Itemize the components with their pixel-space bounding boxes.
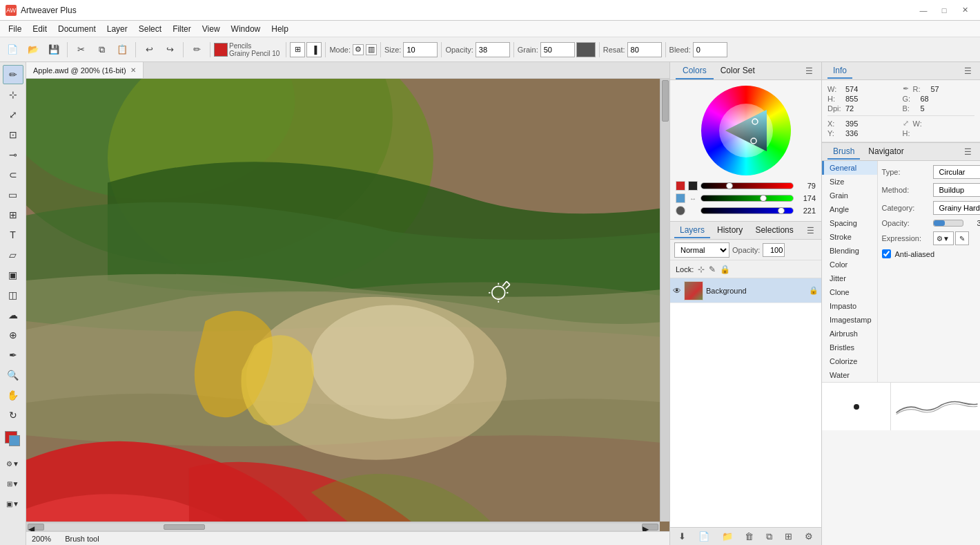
layers-menu-btn[interactable]: ☰ — [804, 224, 817, 237]
layer-duplicate-btn[interactable]: ⧉ — [763, 530, 775, 544]
menu-item-select[interactable]: Select — [133, 23, 167, 35]
new-button[interactable]: 📄 — [3, 40, 22, 59]
resat-select[interactable]: 8050100 — [627, 42, 662, 57]
tool-brush-settings[interactable]: ⚙▼ — [3, 454, 23, 473]
bg-color[interactable] — [9, 435, 20, 446]
minimize-button[interactable]: — — [914, 3, 933, 17]
tool-transform[interactable]: ⤢ — [3, 105, 23, 124]
menu-item-window[interactable]: Window — [226, 23, 266, 35]
b-slider[interactable] — [700, 207, 794, 214]
tool-smudge[interactable]: ☁ — [3, 305, 23, 325]
menu-item-document[interactable]: Document — [52, 23, 101, 35]
opacity-switch-icon[interactable]: ↔ — [688, 193, 698, 203]
tab-history[interactable]: History — [712, 223, 748, 238]
menu-item-help[interactable]: Help — [266, 23, 294, 35]
redo-button[interactable]: ↪ — [160, 40, 179, 59]
save-button[interactable]: 💾 — [44, 40, 63, 59]
menu-item-layer[interactable]: Layer — [101, 23, 133, 35]
open-button[interactable]: 📂 — [23, 40, 43, 59]
opacity-track[interactable] — [933, 220, 963, 227]
size-select[interactable]: 1052030 — [403, 42, 438, 57]
undo-button[interactable]: ↩ — [139, 40, 159, 59]
tool-lasso[interactable]: ⊂ — [3, 165, 23, 184]
maximize-button[interactable]: □ — [934, 3, 954, 17]
color-wheel[interactable] — [701, 86, 791, 175]
blend-mode-select[interactable]: Normal — [674, 242, 729, 258]
brush-prop-grain[interactable]: Grain — [822, 189, 877, 202]
tab-color-set[interactable]: Color Set — [714, 63, 762, 79]
tool-crop[interactable]: ⊡ — [3, 125, 23, 144]
tool-text[interactable]: T — [3, 225, 23, 245]
mode-icon[interactable]: ⊞ — [290, 42, 305, 57]
layer-add-btn[interactable]: 📄 — [696, 530, 712, 543]
tool-eyedrop[interactable]: ✒ — [3, 345, 23, 365]
tool-fill[interactable]: ▣ — [3, 265, 23, 285]
expression-edit-btn[interactable]: ✎ — [955, 231, 969, 245]
menu-item-edit[interactable]: Edit — [27, 23, 52, 35]
layer-item[interactable]: 👁 Background 🔒 — [670, 278, 821, 303]
g-thumb[interactable] — [760, 195, 767, 202]
brush-prop-colorize[interactable]: Colorize — [822, 354, 877, 368]
canvas-content[interactable]: ◀ ▶ — [26, 79, 669, 531]
grain-select[interactable]: 502575 — [540, 42, 575, 57]
menu-item-filter[interactable]: Filter — [167, 23, 197, 35]
brush-prop-imagestamp[interactable]: Imagestamp — [822, 313, 877, 327]
tool-magic[interactable]: ⊞ — [3, 205, 23, 224]
layer-visibility-icon[interactable]: 👁 — [673, 286, 681, 296]
tab-layers[interactable]: Layers — [674, 223, 710, 238]
scroll-thumb-h[interactable] — [164, 524, 205, 530]
layer-settings-btn[interactable]: ⚙ — [802, 530, 816, 543]
brush-color-swatch[interactable] — [214, 43, 228, 57]
menu-item-view[interactable]: View — [197, 23, 226, 35]
bleed-select[interactable]: 01020 — [693, 42, 727, 57]
antialias-checkbox[interactable] — [882, 249, 891, 258]
paste-button[interactable]: 📋 — [112, 40, 132, 59]
type-select[interactable]: Circular — [933, 165, 980, 179]
lock-move-icon[interactable]: ⊹ — [698, 265, 705, 274]
scroll-right-btn[interactable]: ▶ — [642, 524, 658, 530]
brush-prop-water[interactable]: Water — [822, 368, 877, 382]
tool-extra2[interactable]: ⊞▼ — [3, 474, 23, 493]
brush-prop-jitter[interactable]: Jitter — [822, 271, 877, 285]
brush-prop-size[interactable]: Size — [822, 175, 877, 189]
tool-shape[interactable]: ▱ — [3, 245, 23, 265]
brush-prop-clone[interactable]: Clone — [822, 285, 877, 299]
canvas-tab-close[interactable]: ✕ — [130, 66, 136, 74]
tool-zoom[interactable]: 🔍 — [3, 365, 23, 385]
brush-prop-general[interactable]: General — [822, 161, 877, 175]
tool-pan[interactable]: ✋ — [3, 385, 23, 405]
brush-menu-btn[interactable]: ☰ — [961, 146, 974, 158]
r-thumb[interactable] — [726, 182, 733, 189]
brush-icon2[interactable]: ▐ — [306, 42, 322, 57]
brush-prop-angle[interactable]: Angle — [822, 202, 877, 216]
tool-extra3[interactable]: ▣▼ — [3, 494, 23, 513]
close-button[interactable]: ✕ — [955, 3, 974, 17]
grain-preview[interactable] — [576, 42, 596, 57]
info-menu-btn[interactable]: ☰ — [961, 65, 974, 77]
tab-info[interactable]: Info — [827, 64, 852, 79]
tool-select[interactable]: ⊹ — [3, 85, 23, 104]
r-slider[interactable] — [700, 182, 794, 189]
opacity-input[interactable] — [763, 243, 785, 257]
scroll-left-btn[interactable]: ◀ — [28, 524, 44, 530]
method-select[interactable]: Buildup — [933, 183, 980, 197]
canvas-tab[interactable]: Apple.awd @ 200% (16-bit) ✕ — [26, 62, 144, 78]
cut-button[interactable]: ✂ — [71, 40, 90, 59]
tab-selections[interactable]: Selections — [749, 223, 798, 238]
tool-rect[interactable]: ▭ — [3, 185, 23, 204]
colors-menu-btn[interactable]: ☰ — [803, 65, 816, 77]
mode-selector[interactable]: ⚙ — [353, 44, 364, 55]
tool-brush[interactable]: ✏ — [3, 65, 23, 84]
brush-prop-color[interactable]: Color — [822, 258, 877, 271]
brush-prop-airbrush[interactable]: Airbrush — [822, 327, 877, 341]
tool-rotate[interactable]: ↻ — [3, 405, 23, 425]
tab-colors[interactable]: Colors — [676, 63, 714, 79]
layer-move-down-btn[interactable]: ⬇ — [676, 530, 689, 543]
opacity-select[interactable]: 3850100 — [476, 42, 510, 57]
brush-prop-spacing[interactable]: Spacing — [822, 216, 877, 230]
brush-prop-blending[interactable]: Blending — [822, 244, 877, 258]
copy-button[interactable]: ⧉ — [92, 40, 111, 59]
brush-prop-stroke[interactable]: Stroke — [822, 230, 877, 244]
layer-merge-btn[interactable]: ⊞ — [782, 530, 795, 543]
layer-group-btn[interactable]: 📁 — [719, 530, 736, 543]
